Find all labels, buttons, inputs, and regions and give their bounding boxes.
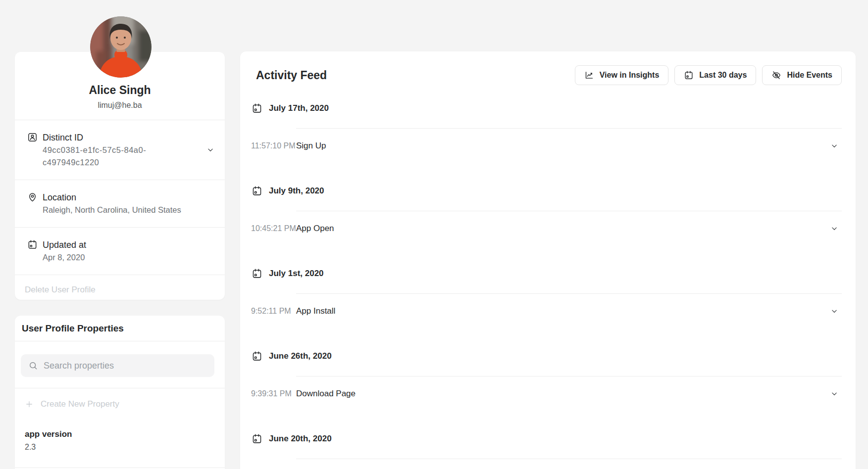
page: Alice Singh limuj@he.ba Distinct ID 49cc… bbox=[0, 0, 868, 469]
profile-field-row: Distinct ID 49cc0381-e1fc-57c5-84a0-c497… bbox=[15, 120, 225, 180]
calendar-icon bbox=[252, 268, 262, 279]
calendar-icon bbox=[27, 239, 38, 250]
profile-sidebar: Alice Singh limuj@he.ba Distinct ID 49cc… bbox=[15, 52, 225, 469]
event-row[interactable]: 11:57:10 PM Sign Up bbox=[251, 128, 842, 164]
chevron-down-icon[interactable] bbox=[830, 224, 839, 233]
feed-button-label: Last 30 days bbox=[699, 71, 747, 80]
activity-feed-title: Activity Feed bbox=[256, 69, 327, 82]
feed-button-view-in-insights[interactable]: View in Insights bbox=[575, 65, 669, 85]
event-name: Sign Up bbox=[296, 141, 830, 151]
field-label: Location bbox=[43, 191, 215, 204]
feed-date-group: June 20th, 2020 bbox=[251, 429, 842, 469]
user-profile-card: Alice Singh limuj@he.ba Distinct ID 49cc… bbox=[15, 52, 225, 300]
feed-date-label: July 9th, 2020 bbox=[269, 186, 324, 196]
profile-field-row: Location Raleigh, North Carolina, United… bbox=[15, 180, 225, 228]
event-name: App Open bbox=[296, 224, 830, 234]
feed-date-label: July 17th, 2020 bbox=[269, 103, 329, 113]
activity-feed-card: Activity Feed View in Insights Last 30 d… bbox=[240, 51, 856, 469]
property-item[interactable]: app version 2.3 bbox=[15, 420, 225, 468]
event-name: App Install bbox=[296, 306, 830, 316]
user-email: limuj@he.ba bbox=[15, 99, 225, 111]
feed-buttons: View in Insights Last 30 days Hide Event… bbox=[575, 65, 842, 85]
event-name: Download Page bbox=[296, 389, 830, 399]
delete-user-profile-button[interactable]: Delete User Profile bbox=[25, 285, 96, 295]
user-name: Alice Singh bbox=[15, 82, 225, 98]
feed-button-label: Hide Events bbox=[787, 71, 832, 80]
line-chart-icon bbox=[584, 70, 594, 80]
location-pin-icon bbox=[27, 192, 38, 202]
feed-events: 11:57:10 PM Sign Up bbox=[251, 128, 842, 164]
calendar-icon bbox=[684, 70, 694, 80]
feed-events bbox=[251, 459, 842, 469]
calendar-icon bbox=[252, 433, 262, 444]
property-list: app version 2.3 bbox=[15, 420, 225, 468]
plus-icon bbox=[25, 400, 34, 409]
user-profile-properties-card: User Profile Properties Create New Prope… bbox=[15, 316, 225, 469]
feed-date-group: June 26th, 2020 9:39:31 PM Download Page bbox=[251, 346, 842, 412]
feed-events: 9:52:11 PM App Install bbox=[251, 293, 842, 329]
feed-button-hide-events[interactable]: Hide Events bbox=[762, 65, 842, 85]
feed-date-label: July 1st, 2020 bbox=[269, 269, 324, 279]
property-value: 2.3 bbox=[25, 441, 215, 453]
feed-date-label: June 20th, 2020 bbox=[269, 434, 332, 444]
search-icon bbox=[28, 361, 38, 371]
feed-date-group: July 17th, 2020 11:57:10 PM Sign Up bbox=[251, 98, 842, 164]
search-properties-input[interactable] bbox=[44, 361, 207, 371]
field-value: 49cc0381-e1fc-57c5-84a0-c497949c1220 bbox=[43, 144, 191, 169]
properties-title: User Profile Properties bbox=[15, 316, 225, 341]
feed-date-group: July 1st, 2020 9:52:11 PM App Install bbox=[251, 264, 842, 329]
feed-groups: July 17th, 2020 11:57:10 PM Sign Up July… bbox=[251, 98, 842, 469]
calendar-icon bbox=[252, 186, 262, 196]
feed-button-last-30-days[interactable]: Last 30 days bbox=[674, 65, 756, 85]
chevron-down-icon[interactable] bbox=[830, 141, 839, 150]
create-new-property-label: Create New Property bbox=[41, 399, 119, 409]
feed-date-row: July 1st, 2020 bbox=[251, 264, 842, 283]
activity-feed-header: Activity Feed View in Insights Last 30 d… bbox=[251, 65, 842, 85]
feed-date-row: June 20th, 2020 bbox=[251, 429, 842, 449]
field-label: Updated at bbox=[43, 238, 215, 251]
feed-events: 10:45:21 PM App Open bbox=[251, 211, 842, 246]
delete-row: Delete User Profile bbox=[15, 275, 225, 304]
event-row[interactable]: 9:39:31 PM Download Page bbox=[251, 376, 842, 412]
avatar bbox=[90, 16, 152, 78]
event-time: 10:45:21 PM bbox=[251, 224, 296, 233]
eye-off-icon bbox=[771, 70, 781, 80]
search-row bbox=[15, 341, 225, 388]
field-value: Raleigh, North Carolina, United States bbox=[43, 204, 191, 216]
create-new-property-button[interactable]: Create New Property bbox=[15, 388, 225, 420]
field-value: Apr 8, 2020 bbox=[43, 251, 191, 264]
profile-fields: Distinct ID 49cc0381-e1fc-57c5-84a0-c497… bbox=[15, 120, 225, 275]
calendar-icon bbox=[252, 103, 262, 114]
calendar-icon bbox=[252, 351, 262, 362]
chevron-down-icon[interactable] bbox=[206, 145, 215, 154]
search-properties-box[interactable] bbox=[21, 354, 214, 377]
id-card-icon bbox=[27, 132, 38, 142]
feed-date-row: July 17th, 2020 bbox=[251, 98, 842, 118]
event-row[interactable]: 9:52:11 PM App Install bbox=[251, 293, 842, 329]
feed-events: 9:39:31 PM Download Page bbox=[251, 376, 842, 412]
feed-date-row: June 26th, 2020 bbox=[251, 346, 842, 366]
feed-date-label: June 26th, 2020 bbox=[269, 351, 332, 361]
chevron-down-icon[interactable] bbox=[830, 389, 839, 398]
field-label: Distinct ID bbox=[43, 131, 201, 144]
event-row-partial bbox=[251, 459, 842, 469]
feed-button-label: View in Insights bbox=[600, 71, 660, 80]
event-time: 9:39:31 PM bbox=[251, 389, 296, 398]
event-row[interactable]: 10:45:21 PM App Open bbox=[251, 211, 842, 246]
event-time: 9:52:11 PM bbox=[251, 307, 296, 316]
property-name: app version bbox=[25, 428, 215, 441]
chevron-down-icon[interactable] bbox=[830, 307, 839, 316]
event-time: 11:57:10 PM bbox=[251, 141, 296, 150]
avatar-photo bbox=[90, 16, 152, 78]
feed-date-row: July 9th, 2020 bbox=[251, 181, 842, 201]
profile-field-row: Updated at Apr 8, 2020 bbox=[15, 228, 225, 275]
feed-date-group: July 9th, 2020 10:45:21 PM App Open bbox=[251, 181, 842, 246]
